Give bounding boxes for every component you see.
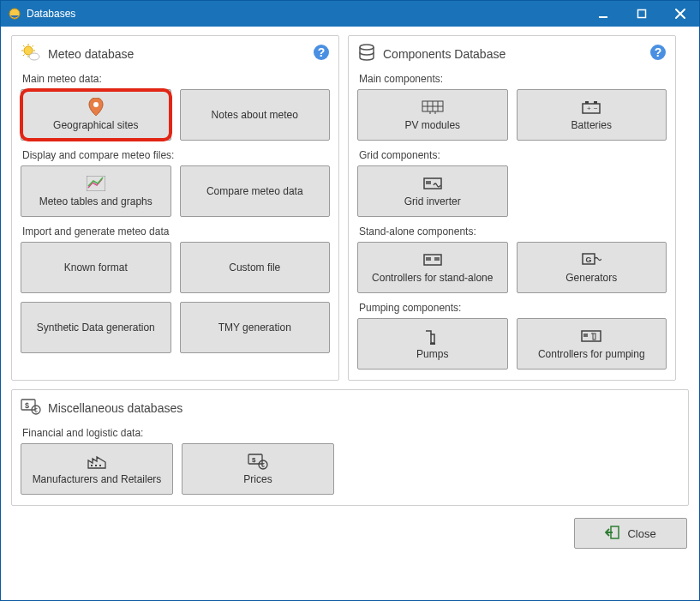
svg-point-12: [29, 53, 39, 60]
svg-rect-42: [431, 334, 434, 343]
button-label: Controllers for pumping: [538, 348, 645, 360]
money-db-icon: $ €: [21, 397, 41, 418]
button-label: Prices: [243, 473, 272, 485]
svg-line-8: [23, 45, 25, 47]
button-label: Controllers for stand-alone: [372, 272, 493, 284]
grid-inverter-button[interactable]: Grid inverter: [357, 165, 508, 217]
tmy-generation-button[interactable]: TMY generation: [180, 302, 331, 353]
generators-button[interactable]: G Generators: [517, 242, 667, 293]
button-label: Geographical sites: [53, 119, 138, 131]
top-row: Meteo database ? Main meteo data:: [11, 35, 689, 381]
maximize-button[interactable]: [622, 1, 661, 27]
components-title: Components Database: [383, 47, 506, 61]
svg-rect-47: [593, 334, 595, 340]
svg-rect-2: [637, 10, 645, 18]
solar-panel-icon: [422, 99, 444, 116]
svg-text:$: $: [252, 456, 256, 464]
svg-text:?: ?: [655, 45, 662, 59]
close-button[interactable]: Close: [574, 518, 687, 549]
pumps-button[interactable]: Pumps: [357, 318, 508, 370]
window: Databases: [0, 0, 700, 601]
svg-text:?: ?: [318, 45, 326, 59]
svg-rect-52: [91, 465, 93, 466]
button-label: Grid inverter: [404, 195, 461, 207]
svg-text:€: €: [261, 462, 265, 468]
pv-modules-button[interactable]: PV modules: [357, 89, 508, 141]
button-label: Pumps: [416, 348, 448, 360]
svg-line-11: [33, 45, 34, 47]
meteo-panel: Meteo database ? Main meteo data:: [11, 35, 339, 381]
misc-title: Miscellaneous databases: [48, 401, 182, 415]
batteries-button[interactable]: +− Batteries: [517, 89, 667, 141]
meteo-tables-graphs-button[interactable]: Meteo tables and graphs: [21, 165, 171, 217]
button-label: TMY generation: [218, 322, 291, 334]
inverter-icon: [422, 175, 443, 192]
help-meteo[interactable]: ?: [313, 44, 330, 63]
meteo-display-label: Display and compare meteo files:: [22, 149, 330, 161]
svg-text:−: −: [594, 105, 598, 112]
button-label: Synthetic Data generation: [37, 322, 155, 334]
known-format-button[interactable]: Known format: [21, 242, 171, 293]
pump-controller-icon: [580, 328, 602, 345]
titlebar: Databases: [1, 1, 699, 27]
prices-button[interactable]: $ € Prices: [182, 443, 334, 495]
meteo-header: Meteo database ?: [21, 43, 330, 64]
button-label: Manufacturers and Retailers: [33, 473, 162, 485]
svg-rect-53: [95, 465, 97, 466]
close-window-button[interactable]: [661, 1, 699, 27]
notes-about-meteo-button[interactable]: Notes about meteo: [180, 89, 331, 141]
chart-icon: [87, 175, 105, 192]
button-label: Known format: [64, 261, 128, 273]
button-label: Notes about meteo: [212, 109, 298, 121]
custom-file-button[interactable]: Custom file: [180, 242, 331, 293]
components-panel: Components Database ? Main components:: [348, 35, 676, 381]
svg-rect-54: [99, 465, 101, 466]
synthetic-data-generation-button[interactable]: Synthetic Data generation: [21, 302, 171, 353]
button-label: Meteo tables and graphs: [39, 195, 153, 207]
geographical-sites-button[interactable]: Geographical sites: [21, 89, 171, 141]
close-label: Close: [627, 527, 655, 540]
meteo-import-label: Import and generate meteo data: [22, 225, 330, 237]
svg-rect-28: [585, 101, 589, 104]
app-icon: [8, 7, 21, 21]
exit-icon: [605, 525, 620, 543]
svg-rect-29: [594, 101, 597, 104]
svg-rect-43: [430, 343, 435, 345]
pump-icon: [424, 328, 441, 345]
minimize-button[interactable]: [583, 1, 622, 27]
svg-text:$: $: [25, 401, 29, 410]
compare-meteo-data-button[interactable]: Compare meteo data: [180, 165, 331, 217]
help-icon: ?: [313, 44, 330, 61]
svg-text:+: +: [587, 105, 591, 112]
manufacturers-retailers-button[interactable]: Manufacturers and Retailers: [21, 443, 173, 495]
button-label: Compare meteo data: [206, 185, 303, 197]
svg-point-15: [93, 102, 99, 107]
controllers-standalone-button[interactable]: Controllers for stand-alone: [357, 242, 508, 293]
misc-panel: $ € Miscellaneous databases Financial an…: [11, 389, 689, 506]
standalone-components-label: Stand-alone components:: [359, 225, 667, 237]
help-components[interactable]: ?: [649, 44, 667, 63]
button-label: Custom file: [229, 261, 280, 273]
database-icon: [357, 43, 376, 64]
prices-icon: $ €: [248, 453, 268, 470]
footer: Close: [11, 514, 689, 552]
content-area: Meteo database ? Main meteo data:: [1, 27, 699, 600]
controllers-pumping-button[interactable]: Controllers for pumping: [517, 318, 667, 370]
help-icon: ?: [649, 44, 667, 61]
svg-point-17: [360, 45, 374, 50]
sun-icon: [21, 43, 41, 64]
meteo-title: Meteo database: [48, 47, 134, 61]
svg-line-10: [23, 55, 25, 57]
misc-header: $ € Miscellaneous databases: [21, 397, 679, 418]
battery-icon: +−: [581, 99, 601, 116]
pumping-components-label: Pumping components:: [359, 302, 667, 314]
button-label: PV modules: [404, 119, 460, 131]
button-label: Batteries: [571, 119, 612, 131]
window-title: Databases: [27, 8, 75, 20]
svg-rect-1: [599, 16, 607, 18]
svg-text:G: G: [586, 255, 592, 264]
meteo-main-label: Main meteo data:: [22, 73, 330, 85]
controller-icon: [422, 251, 443, 268]
grid-components-label: Grid components:: [359, 149, 667, 161]
button-label: Generators: [565, 272, 617, 284]
